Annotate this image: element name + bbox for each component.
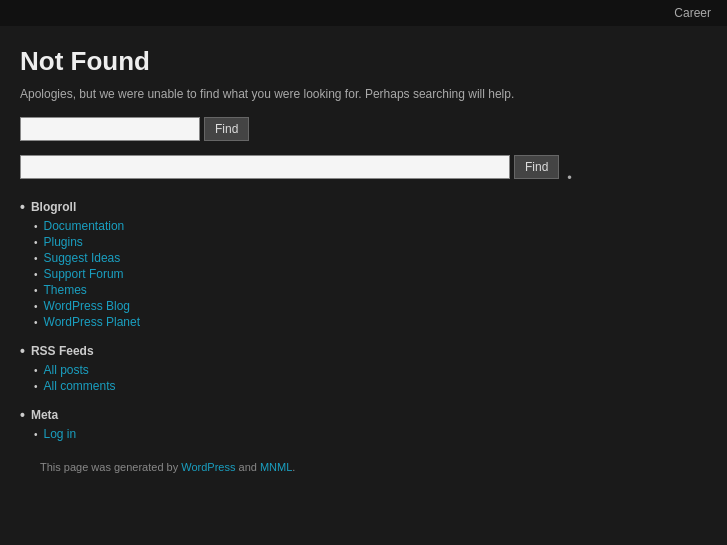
blogroll-title: • Blogroll: [20, 199, 707, 215]
search-top: Find: [20, 117, 707, 141]
rss-section: • RSS Feeds • All posts • All comments: [20, 343, 707, 393]
career-link[interactable]: Career: [674, 6, 711, 20]
meta-bullet: •: [20, 407, 25, 423]
suggest-ideas-link[interactable]: Suggest Ideas: [44, 251, 121, 265]
top-bar: Career: [0, 0, 727, 26]
footer-text-before: This page was generated by: [40, 461, 181, 473]
wordpress-blog-link[interactable]: WordPress Blog: [44, 299, 130, 313]
search-top-input[interactable]: [20, 117, 200, 141]
not-found-description: Apologies, but we were unable to find wh…: [20, 87, 707, 101]
sub-bullet-icon: •: [34, 237, 38, 248]
search-wide-input[interactable]: [20, 155, 510, 179]
sub-bullet-icon: •: [34, 381, 38, 392]
sub-bullet-icon: •: [34, 285, 38, 296]
list-item: • Plugins: [34, 235, 707, 249]
list-item: • Suggest Ideas: [34, 251, 707, 265]
all-posts-link[interactable]: All posts: [44, 363, 89, 377]
search-wide-row: Find •: [20, 155, 707, 199]
rss-list: • All posts • All comments: [20, 363, 707, 393]
wordpress-link[interactable]: WordPress: [181, 461, 235, 473]
list-item: • WordPress Planet: [34, 315, 707, 329]
sub-bullet-icon: •: [34, 221, 38, 232]
support-forum-link[interactable]: Support Forum: [44, 267, 124, 281]
plugins-link[interactable]: Plugins: [44, 235, 83, 249]
list-item: • WordPress Blog: [34, 299, 707, 313]
meta-list: • Log in: [20, 427, 707, 441]
rss-title: • RSS Feeds: [20, 343, 707, 359]
search-wide-button[interactable]: Find: [514, 155, 559, 179]
sub-bullet-icon: •: [34, 253, 38, 264]
blogroll-list: • Documentation • Plugins • Suggest Idea…: [20, 219, 707, 329]
rss-bullet: •: [20, 343, 25, 359]
list-item: • Log in: [34, 427, 707, 441]
search-wide: Find: [20, 155, 559, 179]
themes-link[interactable]: Themes: [44, 283, 87, 297]
meta-section: • Meta • Log in: [20, 407, 707, 441]
list-item: • Support Forum: [34, 267, 707, 281]
blogroll-bullet: •: [20, 199, 25, 215]
sub-bullet-icon: •: [34, 301, 38, 312]
dot-marker: •: [567, 170, 572, 185]
meta-title: • Meta: [20, 407, 707, 423]
sub-bullet-icon: •: [34, 365, 38, 376]
list-item: • Themes: [34, 283, 707, 297]
footer-text-middle: and: [235, 461, 259, 473]
page-title: Not Found: [20, 46, 707, 77]
sub-bullet-icon: •: [34, 317, 38, 328]
search-top-button[interactable]: Find: [204, 117, 249, 141]
footer: This page was generated by WordPress and…: [20, 461, 707, 473]
list-item: • Documentation: [34, 219, 707, 233]
footer-text-after: .: [292, 461, 295, 473]
list-item: • All posts: [34, 363, 707, 377]
sub-bullet-icon: •: [34, 269, 38, 280]
blogroll-section: • Blogroll • Documentation • Plugins • S…: [20, 199, 707, 329]
documentation-link[interactable]: Documentation: [44, 219, 125, 233]
login-link[interactable]: Log in: [44, 427, 77, 441]
wordpress-planet-link[interactable]: WordPress Planet: [44, 315, 141, 329]
sub-bullet-icon: •: [34, 429, 38, 440]
mnml-link[interactable]: MNML: [260, 461, 292, 473]
all-comments-link[interactable]: All comments: [44, 379, 116, 393]
list-item: • All comments: [34, 379, 707, 393]
